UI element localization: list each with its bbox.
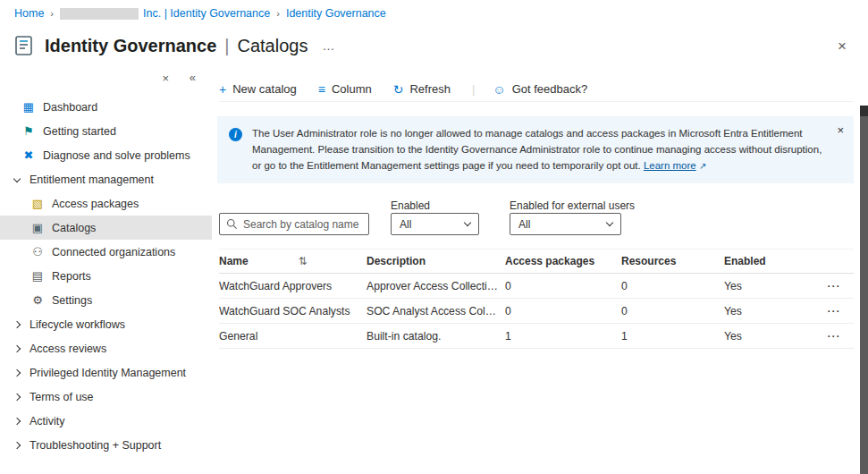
page-header: Identity Governance|Catalogs … ×	[0, 27, 868, 64]
external-users-filter-dropdown[interactable]: All	[510, 213, 621, 235]
sidebar-dismiss-icon[interactable]: ×	[162, 72, 169, 85]
close-blade-icon[interactable]: ×	[838, 38, 847, 54]
sort-icon[interactable]: ⇅	[299, 255, 308, 267]
chevron-right-icon	[13, 393, 21, 400]
sidebar-item-connected-organizations[interactable]: ⚇ Connected organizations	[0, 240, 212, 264]
sidebar-item-label: Dashboard	[43, 101, 97, 114]
search-input[interactable]	[243, 218, 362, 231]
column-header-access-packages[interactable]: Access packages	[505, 255, 621, 267]
cell-description: SOC Analyst Access Collection	[367, 305, 505, 317]
external-users-filter-label: Enabled for external users	[510, 199, 635, 212]
sidebar-item-entitlement-management[interactable]: Entitlement management	[0, 167, 212, 191]
page-title-separator: |	[224, 36, 229, 55]
page-title-sub: Catalogs	[237, 36, 308, 55]
learn-more-link[interactable]: Learn more	[644, 160, 696, 171]
page-title: Identity Governance|Catalogs	[45, 36, 308, 56]
sidebar-item-terms-of-use[interactable]: Terms of use	[0, 385, 212, 409]
info-banner: i The User Administrator role is no long…	[217, 116, 854, 183]
breadcrumb-separator: ›	[276, 8, 280, 19]
cell-access-packages: 1	[505, 330, 621, 343]
table-row[interactable]: WatchGuard Approvers Approver Access Col…	[219, 274, 854, 299]
feedback-label: Got feedback?	[512, 82, 588, 96]
diagnose-tools-icon: ✖	[21, 148, 36, 162]
sidebar-item-label: Entitlement management	[29, 174, 154, 186]
table-row[interactable]: WatchGuard SOC Analysts SOC Analyst Acce…	[219, 299, 854, 324]
sidebar-item-dashboard[interactable]: ▦ Dashboard	[0, 95, 212, 119]
column-header-name[interactable]: Name ⇅	[219, 255, 367, 267]
sidebar-item-catalogs[interactable]: ▣ Catalogs	[0, 216, 212, 240]
scrollbar-top-cap	[860, 106, 868, 116]
column-header-name-label: Name	[219, 255, 249, 267]
sidebar-item-label: Troubleshooting + Support	[29, 439, 161, 452]
column-button[interactable]: ≡ Column	[318, 82, 372, 96]
search-icon	[226, 218, 238, 230]
sidebar-item-diagnose[interactable]: ✖ Diagnose and solve problems	[0, 143, 212, 167]
sidebar-item-label: Privileged Identity Management	[29, 367, 186, 379]
new-catalog-label: New catalog	[232, 82, 297, 96]
refresh-label: Refresh	[409, 82, 451, 96]
commandbar-divider: |	[472, 82, 475, 96]
sidebar-item-label: Catalogs	[52, 222, 96, 234]
external-users-filter-value: All	[518, 218, 530, 231]
sidebar-item-label: Diagnose and solve problems	[43, 149, 190, 162]
cell-name: General	[219, 330, 367, 343]
chevron-right-icon	[13, 417, 21, 424]
cell-name: WatchGuard SOC Analysts	[219, 305, 367, 317]
sidebar-item-lifecycle-workflows[interactable]: Lifecycle workflows	[0, 312, 212, 336]
sidebar-item-reports[interactable]: ▤ Reports	[0, 264, 212, 288]
column-header-resources[interactable]: Resources	[621, 255, 724, 267]
cell-enabled: Yes	[724, 330, 813, 343]
redacted-org-name	[60, 8, 139, 20]
command-bar: + New catalog ≡ Column ↻ Refresh | ☺ Got…	[219, 77, 854, 102]
refresh-button[interactable]: ↻ Refresh	[393, 82, 451, 96]
row-more-icon[interactable]: ⋯	[813, 303, 854, 319]
column-header-enabled[interactable]: Enabled	[724, 255, 813, 267]
sidebar-item-getting-started[interactable]: ⚑ Getting started	[0, 119, 212, 143]
row-more-icon[interactable]: ⋯	[813, 328, 854, 344]
new-catalog-button[interactable]: + New catalog	[219, 82, 297, 96]
cell-resources: 1	[621, 330, 724, 343]
sidebar-item-access-packages[interactable]: ▧ Access packages	[0, 191, 212, 216]
enabled-filter-value: All	[400, 218, 411, 231]
sidebar-collapse-icon[interactable]: «	[190, 71, 196, 84]
breadcrumb: Home › Inc. | Identity Governance › Iden…	[0, 0, 868, 27]
sidebar: × « ▦ Dashboard ⚑ Getting started ✖ Diag…	[0, 64, 212, 474]
sidebar-item-settings[interactable]: ⚙ Settings	[0, 288, 212, 312]
feedback-button[interactable]: ☺ Got feedback?	[493, 82, 587, 96]
catalogs-icon: ▣	[30, 221, 45, 234]
catalogs-table: Name ⇅ Description Access packages Resou…	[219, 249, 854, 349]
sidebar-item-label: Activity	[29, 415, 65, 427]
sidebar-item-privileged-identity-management[interactable]: Privileged Identity Management	[0, 360, 212, 385]
vertical-scrollbar[interactable]	[860, 106, 868, 474]
sidebar-item-access-reviews[interactable]: Access reviews	[0, 336, 212, 360]
banner-text: The User Administrator role is no longer…	[252, 126, 827, 174]
row-more-icon[interactable]: ⋯	[813, 278, 854, 294]
external-link-icon: ↗	[699, 161, 706, 171]
reports-icon: ▤	[30, 269, 45, 283]
breadcrumb-org-link[interactable]: Inc. | Identity Governance	[60, 7, 270, 20]
breadcrumb-home-link[interactable]: Home	[14, 7, 44, 20]
gear-icon: ⚙	[30, 293, 45, 307]
sidebar-item-label: Access reviews	[29, 343, 106, 355]
sidebar-item-troubleshooting-support[interactable]: Troubleshooting + Support	[0, 433, 212, 457]
chevron-down-icon	[464, 219, 471, 226]
enabled-filter-dropdown[interactable]: All	[391, 213, 479, 235]
banner-close-icon[interactable]: ×	[837, 123, 844, 137]
sidebar-item-label: Connected organizations	[52, 246, 175, 258]
chevron-right-icon	[13, 344, 21, 351]
breadcrumb-current-link[interactable]: Identity Governance	[286, 7, 386, 20]
table-row[interactable]: General Built-in catalog. 1 1 Yes ⋯	[219, 324, 854, 349]
breadcrumb-org-label: Inc. | Identity Governance	[143, 7, 270, 20]
column-header-description[interactable]: Description	[367, 255, 505, 267]
more-menu-button[interactable]: …	[322, 38, 336, 53]
identity-governance-icon	[13, 34, 36, 57]
columns-icon: ≡	[318, 83, 325, 96]
cell-access-packages: 0	[505, 305, 621, 317]
sidebar-item-label: Access packages	[52, 198, 139, 210]
plus-icon: +	[219, 83, 226, 96]
sidebar-item-label: Terms of use	[29, 391, 94, 403]
sidebar-item-activity[interactable]: Activity	[0, 409, 212, 433]
breadcrumb-separator: ›	[50, 8, 54, 19]
sidebar-item-label: Reports	[52, 270, 91, 283]
sidebar-item-label: Settings	[52, 294, 92, 307]
